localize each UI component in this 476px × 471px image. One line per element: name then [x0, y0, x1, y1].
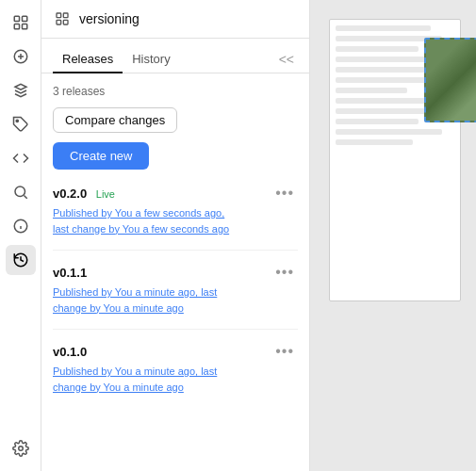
tabs-collapse-icon[interactable]: <<	[275, 48, 298, 71]
release-version-v011: v0.1.1	[53, 266, 87, 280]
canvas-area: Preview release Compare changes Unpublis…	[310, 0, 476, 471]
svg-rect-14	[57, 13, 61, 18]
more-options-v010[interactable]: •••	[271, 343, 298, 360]
release-meta-v020: Published by You a few seconds ago, last…	[53, 205, 298, 236]
header-icon	[53, 9, 72, 28]
release-version-v010: v0.1.0	[53, 345, 87, 359]
svg-rect-3	[22, 24, 26, 29]
svg-rect-15	[63, 13, 68, 18]
app-header: versioning	[41, 0, 309, 39]
sidebar-item-layers[interactable]	[6, 75, 36, 106]
compare-changes-button[interactable]: Compare changes	[53, 107, 177, 133]
release-version-v020: v0.2.0	[53, 187, 87, 201]
svg-rect-16	[57, 20, 61, 24]
sidebar-logo[interactable]	[6, 8, 36, 38]
release-header-v010: v0.1.0 •••	[53, 343, 298, 360]
svg-point-7	[16, 120, 18, 122]
more-options-v020[interactable]: •••	[271, 185, 298, 202]
tab-releases[interactable]: Releases	[53, 46, 123, 73]
app-title: versioning	[79, 11, 140, 26]
svg-point-8	[15, 187, 25, 197]
release-item-v010: v0.1.0 ••• Published by You a minute ago…	[53, 343, 298, 408]
release-meta-v011: Published by You a minute ago, last chan…	[53, 284, 298, 316]
main-panel: versioning Releases History << 3 release…	[41, 0, 310, 471]
svg-line-9	[24, 195, 26, 198]
tab-history[interactable]: History	[123, 46, 179, 73]
svg-rect-17	[63, 20, 68, 24]
content-area: 3 releases Compare changes Create new v0…	[41, 73, 309, 471]
more-options-v011[interactable]: •••	[271, 264, 298, 281]
releases-count: 3 releases	[53, 85, 298, 98]
icon-sidebar	[0, 0, 41, 471]
svg-rect-2	[14, 24, 19, 29]
release-header-v011: v0.1.1 •••	[53, 264, 298, 281]
sidebar-item-add[interactable]	[6, 41, 36, 72]
canvas-content	[329, 19, 476, 471]
release-item-v020: v0.2.0 Live ••• Published by You a few s…	[53, 185, 298, 251]
svg-rect-1	[22, 16, 26, 21]
release-meta-v010: Published by You a minute ago, last chan…	[53, 364, 298, 395]
release-header-v020: v0.2.0 Live •••	[53, 185, 298, 202]
svg-point-13	[18, 447, 23, 451]
sidebar-item-releases[interactable]	[6, 109, 36, 139]
sidebar-item-settings[interactable]	[6, 433, 36, 463]
sidebar-item-history[interactable]	[6, 245, 36, 275]
canvas-image	[424, 38, 476, 122]
svg-rect-0	[14, 16, 19, 21]
sidebar-item-info[interactable]	[6, 211, 36, 241]
live-badge-v020: Live	[96, 188, 115, 200]
tabs-row: Releases History <<	[41, 39, 309, 73]
create-new-button[interactable]: Create new	[53, 142, 149, 170]
sidebar-item-search[interactable]	[6, 177, 36, 207]
release-item-v011: v0.1.1 ••• Published by You a minute ago…	[53, 264, 298, 330]
sidebar-item-code[interactable]	[6, 143, 36, 173]
